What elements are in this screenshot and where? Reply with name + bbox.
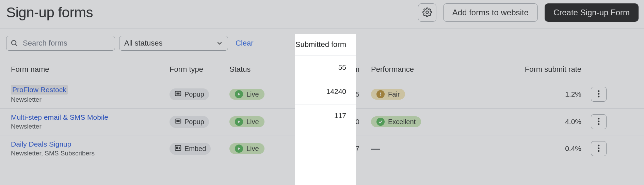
performance-empty: — — [371, 144, 380, 154]
row-actions-button[interactable] — [591, 141, 607, 156]
create-form-label: Create Sign-up Form — [553, 8, 630, 17]
submit-rate: 4.0% — [565, 118, 581, 125]
table-row: ProFlow RestockNewsletterPopupLive55Fair… — [0, 80, 644, 108]
embed-icon — [174, 144, 182, 153]
clear-filters-link[interactable]: Clear — [236, 39, 254, 48]
play-icon — [235, 90, 243, 98]
svg-line-2 — [15, 44, 17, 46]
add-forms-label: Add forms to website — [452, 8, 529, 17]
status-label: Live — [246, 145, 259, 153]
kebab-icon — [598, 118, 600, 126]
header-actions: Add forms to website Create Sign-up Form — [418, 3, 639, 22]
form-name-link[interactable]: Multi-step email & SMS Mobile — [11, 113, 108, 121]
form-sublabel: Newsletter, SMS Subscribers — [11, 150, 170, 157]
chevron-down-icon — [216, 39, 223, 47]
form-sublabel: Newsletter — [11, 123, 170, 130]
type-label: Popup — [184, 90, 204, 98]
form-sublabel: Newsletter — [11, 96, 170, 103]
performance-pill: Excellent — [371, 116, 421, 127]
table-row: Multi-step email & SMS MobileNewsletterP… — [0, 108, 644, 135]
popup-icon — [174, 117, 182, 127]
type-pill: Popup — [170, 116, 209, 128]
search-icon — [10, 39, 18, 47]
status-pill: Live — [229, 89, 264, 100]
performance-label: Excellent — [388, 118, 416, 126]
col-header-type: Form type — [170, 65, 229, 74]
table-header: Form name Form type Status Submitted for… — [0, 57, 644, 80]
table-row: Daily Deals SignupNewsletter, SMS Subscr… — [0, 135, 644, 162]
search-input[interactable] — [6, 36, 115, 51]
form-name-link[interactable]: ProFlow Restock — [11, 85, 68, 95]
submitted-count: 55 — [352, 90, 359, 98]
status-pill: Live — [229, 116, 264, 127]
page-title: Sign-up forms — [6, 4, 93, 21]
submitted-count: 117 — [348, 145, 359, 152]
form-name-link[interactable]: Daily Deals Signup — [11, 140, 71, 148]
warning-icon — [376, 90, 385, 98]
row-actions-button[interactable] — [591, 114, 607, 129]
status-label: Live — [246, 118, 259, 126]
type-label: Embed — [184, 145, 206, 153]
submitted-count: 14240 — [340, 118, 359, 125]
type-pill: Popup — [170, 88, 209, 100]
submit-rate: 1.2% — [565, 90, 581, 98]
kebab-icon — [598, 90, 600, 99]
type-pill: Embed — [170, 143, 211, 155]
page-header: Sign-up forms Add forms to website Creat… — [0, 0, 644, 29]
filters-bar: All statuses Clear — [0, 29, 644, 57]
create-signup-form-button[interactable]: Create Sign-up Form — [545, 3, 639, 22]
row-actions-button[interactable] — [591, 87, 607, 102]
performance-label: Fair — [388, 90, 400, 98]
gear-icon — [422, 7, 432, 18]
settings-button[interactable] — [418, 3, 436, 22]
status-label: Live — [246, 90, 259, 98]
kebab-icon — [598, 145, 600, 153]
status-filter[interactable]: All statuses — [119, 36, 228, 51]
submit-rate: 0.4% — [565, 145, 581, 152]
col-header-performance: Performance — [359, 65, 447, 74]
svg-point-0 — [426, 11, 428, 13]
check-icon — [376, 118, 385, 126]
col-header-submitted: Submitted form — [289, 65, 359, 74]
status-pill: Live — [229, 143, 264, 154]
forms-table: Form name Form type Status Submitted for… — [0, 57, 644, 162]
status-filter-selected: All statuses — [124, 39, 163, 47]
col-header-name: Form name — [11, 65, 170, 74]
svg-point-1 — [12, 40, 16, 45]
status-filter-button[interactable]: All statuses — [119, 36, 228, 51]
performance-pill: Fair — [371, 89, 405, 100]
play-icon — [235, 145, 243, 153]
type-label: Popup — [184, 118, 204, 126]
search-wrap — [6, 36, 115, 51]
col-header-rate: Form submit rate — [447, 65, 581, 74]
col-header-status: Status — [229, 65, 289, 74]
add-forms-to-website-button[interactable]: Add forms to website — [443, 3, 538, 22]
popup-icon — [174, 90, 182, 99]
play-icon — [235, 118, 243, 126]
